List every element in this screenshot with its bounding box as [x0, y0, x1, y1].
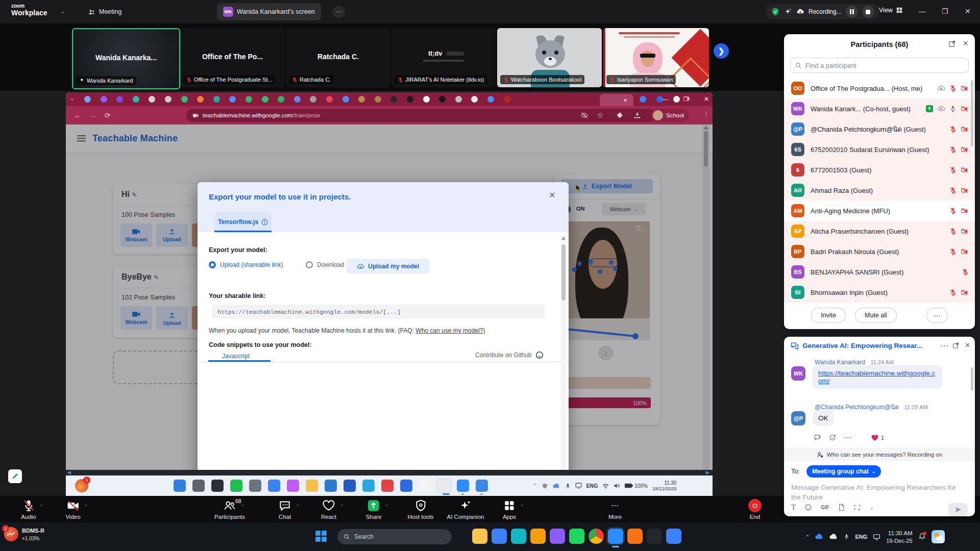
browser-restore-icon[interactable]: ❐	[683, 96, 689, 103]
participant-row[interactable]: 6S6752002010 Sudarat Eursiriwan (Guest)	[784, 139, 975, 160]
extensions-icon[interactable]	[616, 111, 624, 119]
faq-link[interactable]: Who can use my model?	[415, 327, 483, 334]
chat-more-icon[interactable]: ⋯	[940, 341, 949, 350]
reply-icon[interactable]	[814, 434, 822, 441]
popout-icon[interactable]	[948, 40, 956, 47]
close-icon[interactable]: ✕	[963, 39, 969, 47]
taskbar-app-icon[interactable]	[530, 529, 546, 544]
weather-widget-icon[interactable]	[932, 530, 945, 543]
browser-tab-favicon[interactable]	[342, 96, 349, 103]
modal-scrollbar-thumb[interactable]	[561, 244, 566, 300]
shared-taskbar-app-icon[interactable]	[306, 480, 318, 492]
format-text-icon[interactable]: T	[791, 503, 796, 512]
shared-taskbar-app-icon[interactable]	[476, 480, 488, 492]
participant-row[interactable]: BIBhornsawan Inpin (Guest)	[784, 282, 975, 303]
send-button[interactable]	[948, 503, 968, 516]
browser-tab-favicon[interactable]	[423, 96, 430, 103]
chevron-up-icon[interactable]: ⌃	[520, 504, 524, 509]
taskbar-app-icon[interactable]	[550, 529, 565, 544]
contribute-github-link[interactable]: Contribute on Github	[475, 351, 544, 359]
shared-taskbar-app-icon[interactable]	[419, 480, 431, 492]
browser-tab-favicon[interactable]	[149, 96, 155, 103]
participant-row[interactable]: BSBENJAYAPHA SANSRI (Guest)	[784, 262, 975, 282]
popout-icon[interactable]	[952, 342, 960, 349]
close-icon[interactable]: ✕	[965, 341, 970, 349]
chevron-up-icon[interactable]: ⌃	[84, 504, 88, 509]
browser-tab-favicon[interactable]	[262, 96, 268, 103]
chevron-up-icon[interactable]: ⌃	[296, 504, 300, 509]
taskbar-search[interactable]: Search	[337, 529, 452, 544]
browser-tab-favicon[interactable]	[407, 96, 413, 103]
add-reaction-icon[interactable]	[829, 434, 837, 441]
restore-button[interactable]: ❐	[942, 7, 948, 15]
forward-icon[interactable]: →	[89, 111, 96, 119]
privacy-banner[interactable]: Who can see your messages? Recording on	[784, 448, 975, 461]
back-icon[interactable]: ←	[74, 111, 81, 119]
shared-taskbar-app-icon[interactable]	[344, 480, 356, 492]
participant-row[interactable]: APAticha Prasertsincharoen (Guest)	[784, 221, 975, 241]
notification-icon[interactable]: 1	[75, 479, 88, 492]
browser-tab-favicon[interactable]	[294, 96, 301, 103]
browser-menu-icon[interactable]: ⋮	[703, 110, 709, 118]
ai-companion-button[interactable]: AI Companion	[447, 499, 484, 520]
taskbar-app-icon[interactable]	[647, 529, 662, 544]
stop-recording-button[interactable]	[862, 6, 874, 18]
video-tile-isariyapon[interactable]: Isariyapon Sornsuwan	[603, 28, 709, 87]
browser-tab-favicon[interactable]	[278, 96, 284, 103]
browser-tab-favicon[interactable]	[640, 96, 646, 103]
browser-tab-favicon[interactable]	[165, 96, 172, 103]
chevron-down-icon[interactable]: ⌄	[60, 8, 65, 15]
host-tools-button[interactable]: Host tools	[407, 499, 433, 520]
shared-taskbar-app-icon[interactable]	[287, 480, 299, 492]
shared-taskbar-app-icon[interactable]	[438, 480, 450, 492]
shared-taskbar-app-icon[interactable]	[457, 480, 469, 492]
radio-download[interactable]: Download	[306, 261, 344, 268]
tab-screen-share[interactable]: WK Wanida Kanarkard's screen	[217, 3, 321, 20]
browser-tab-favicon[interactable]	[375, 96, 381, 103]
emoji-icon[interactable]	[804, 504, 812, 511]
taskbar-app-icon[interactable]	[627, 529, 643, 544]
browser-tab-favicon[interactable]	[390, 96, 397, 103]
share-horizontal-scrollbar[interactable]: ◀ ▶	[66, 470, 713, 475]
browser-minimize-icon[interactable]: —	[662, 96, 668, 103]
minimize-button[interactable]: —	[919, 7, 926, 15]
browser-tab-favicon[interactable]	[358, 96, 365, 103]
browser-tab-favicon[interactable]	[673, 96, 680, 103]
browser-tab-favicon[interactable]	[439, 96, 446, 103]
chevron-up-icon[interactable]: ⌃	[384, 504, 388, 509]
browser-tab-favicon[interactable]	[246, 96, 252, 103]
bookmark-star-icon[interactable]: ☆	[597, 111, 603, 120]
shared-taskbar-app-icon[interactable]	[362, 480, 375, 492]
shared-taskbar-app-icon[interactable]	[192, 480, 205, 492]
taskbar-app-icon[interactable]	[666, 529, 681, 544]
tab-more-button[interactable]: ⋯	[333, 6, 345, 18]
participant-row[interactable]: AMAnti-Aging Medicine (MFU)	[784, 201, 975, 221]
system-tray[interactable]: ⌃ ENG 11:30 AM19-Dec-25	[805, 522, 945, 551]
annotate-button[interactable]	[8, 469, 22, 483]
camera-permission-icon[interactable]	[192, 112, 199, 119]
profile-chip[interactable]: School	[651, 109, 689, 122]
video-tile-office[interactable]: Office of The Po... Office of The Postgr…	[180, 28, 285, 87]
taskbar-app-icon[interactable]	[589, 529, 604, 544]
browser-tab-favicon[interactable]	[310, 96, 316, 103]
chevron-up-icon[interactable]: ⌃	[240, 504, 244, 509]
close-tab-icon[interactable]: ✕	[623, 97, 627, 103]
shared-taskbar-app-icon[interactable]	[268, 480, 280, 492]
more-button[interactable]: ⋯ More	[608, 499, 622, 520]
taskbar-app-icon[interactable]	[569, 529, 584, 544]
language-indicator[interactable]: ENG	[855, 534, 867, 540]
react-button[interactable]: ⌃React	[321, 499, 336, 520]
shared-taskbar-app-icon[interactable]	[400, 480, 412, 492]
chat-recipient-select[interactable]: Meeting group chat⌄	[806, 465, 881, 478]
start-button[interactable]	[314, 530, 328, 543]
participants-more-button[interactable]: ⋯	[926, 308, 948, 323]
chat-button[interactable]: ⌃Chat	[278, 499, 291, 520]
browser-tab-favicon[interactable]	[229, 96, 236, 103]
shared-taskbar-app-icon[interactable]	[249, 480, 261, 492]
invite-button[interactable]: Invite	[811, 308, 846, 323]
chat-scrollbar[interactable]	[971, 367, 973, 391]
radio-upload[interactable]: Upload (shareable link)	[209, 261, 283, 268]
participant-row[interactable]: @P@Chanida Petchtongkum@นิด (Guest)	[784, 119, 975, 139]
sharable-link-field[interactable]: https://teachablemachine.withgoogle.com/…	[212, 305, 545, 319]
reload-icon[interactable]: ⟳	[105, 111, 111, 119]
